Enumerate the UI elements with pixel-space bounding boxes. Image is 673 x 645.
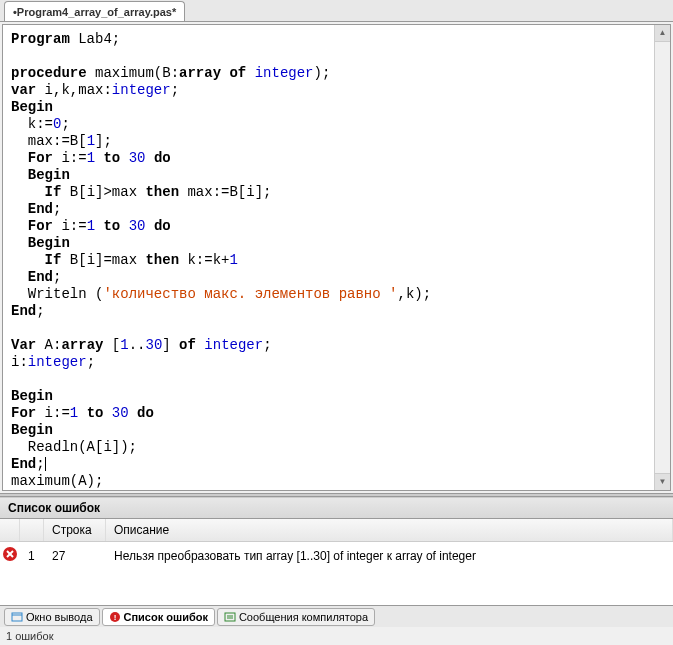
error-line: 27: [44, 547, 106, 565]
error-panel-title: Список ошибок: [0, 497, 673, 519]
svg-rect-3: [12, 613, 22, 621]
status-bar: 1 ошибок: [0, 627, 673, 645]
error-icon: [2, 546, 18, 565]
output-icon: [11, 611, 23, 623]
file-tab[interactable]: •Program4_array_of_array.pas*: [4, 1, 185, 21]
header-line[interactable]: Строка: [44, 519, 106, 541]
error-table-header: Строка Описание: [0, 519, 673, 542]
bottom-panel: Список ошибок Строка Описание 1 27 Нельз…: [0, 497, 673, 627]
tab-bar: •Program4_array_of_array.pas*: [0, 0, 673, 22]
error-row[interactable]: 1 27 Нельзя преобразовать тип array [1..…: [0, 542, 673, 569]
vertical-scrollbar[interactable]: [654, 25, 670, 490]
compiler-icon: [224, 611, 236, 623]
errors-icon: !: [109, 611, 121, 623]
code-editor[interactable]: Program Lab4; procedure maximum(B:array …: [2, 24, 671, 491]
tab-compiler[interactable]: Сообщения компилятора: [217, 608, 375, 626]
tab-compiler-label: Сообщения компилятора: [239, 611, 368, 623]
tab-output-label: Окно вывода: [26, 611, 93, 623]
tab-output[interactable]: Окно вывода: [4, 608, 100, 626]
header-desc[interactable]: Описание: [106, 519, 673, 541]
tab-errors-label: Список ошибок: [124, 611, 208, 623]
tab-errors[interactable]: ! Список ошибок: [102, 608, 215, 626]
svg-text:!: !: [113, 613, 116, 622]
bottom-tabs: Окно вывода ! Список ошибок Сообщения ко…: [0, 605, 673, 627]
error-num: 1: [20, 547, 44, 565]
error-desc: Нельзя преобразовать тип array [1..30] o…: [106, 547, 673, 565]
error-table: Строка Описание 1 27 Нельзя преобразоват…: [0, 519, 673, 605]
svg-rect-7: [225, 613, 235, 621]
